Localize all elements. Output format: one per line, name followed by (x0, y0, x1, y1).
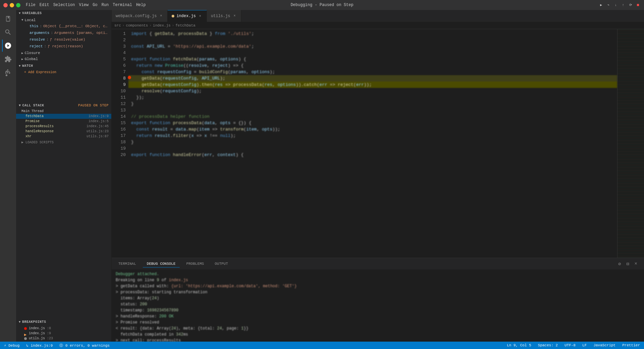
line-num-16: 16 (114, 126, 126, 133)
status-errors[interactable]: ⓪ 0 errors, 0 warnings (58, 343, 111, 348)
global-group: ▶ Global (16, 56, 111, 62)
status-bar: ⚡ Debug ↳ index.js:9 ⓪ 0 errors, 0 warni… (0, 342, 644, 349)
activity-search[interactable] (2, 26, 14, 38)
breadcrumb-src[interactable]: src (114, 23, 121, 28)
callstack-frame-2[interactable]: processResults index.js:45 (16, 124, 111, 129)
watch-header[interactable]: ▼ WATCH (16, 63, 111, 69)
menu-run[interactable]: Run (102, 3, 109, 7)
terminal-close-btn[interactable]: × (633, 260, 639, 267)
variables-content: ▼ Local this : Object {__proto__: Object… (16, 16, 111, 63)
status-location[interactable]: ↳ index.js:9 (25, 343, 54, 348)
debug-continue-btn[interactable]: ▶ (598, 2, 604, 8)
code-editor: 1 2 3 4 5 6 7 8 9 ▶ 10 11 (112, 29, 644, 258)
line-num-6: 6 (114, 62, 126, 69)
terminal-clear-btn[interactable]: ⊟ (625, 260, 630, 267)
callstack-section: ▼ CALL STACK PAUSED ON STEP Main Thread … (16, 102, 111, 319)
tab-close-2[interactable]: × (232, 14, 237, 18)
status-debug[interactable]: ⚡ Debug (3, 343, 21, 348)
line-num-4: 4 (114, 50, 126, 56)
var-arguments[interactable]: arguments : Arguments [params, options] (16, 30, 111, 36)
activity-extensions[interactable] (2, 53, 14, 65)
menu-selection[interactable]: Selection (53, 3, 75, 7)
tab-0[interactable]: webpack.config.js × (112, 10, 168, 22)
terminal-filter-btn[interactable]: ⊘ (617, 260, 622, 267)
breadcrumb-components[interactable]: components (126, 23, 148, 28)
var-this[interactable]: this : Object {__proto__: Object, constr… (16, 23, 111, 30)
debug-step-into-btn[interactable]: ↓ (613, 2, 619, 8)
callstack-frame-0[interactable]: fetchData index.js:9 (16, 114, 111, 119)
tab-bar: webpack.config.js × index.js × utils.js … (112, 10, 644, 22)
debug-step-over-btn[interactable]: ↷ (606, 2, 611, 8)
callstack-loaded-scripts[interactable]: ▶ LOADED SCRIPTS (16, 139, 111, 146)
menu-file[interactable]: File (26, 3, 36, 7)
bp-item-1[interactable]: ▶ index.js :9 (16, 331, 111, 336)
callstack-frame-4[interactable]: xhr utils.js:87 (16, 134, 111, 139)
window-minimize-btn[interactable] (10, 3, 14, 7)
tab-1[interactable]: index.js × (168, 10, 207, 22)
watch-add-expression[interactable]: + Add Expression (16, 70, 111, 75)
tab-2[interactable]: utils.js × (207, 10, 241, 22)
variables-chevron: ▼ (19, 12, 21, 15)
menu-help[interactable]: Help (136, 3, 146, 7)
breadcrumb-file[interactable]: index.js (153, 23, 171, 28)
code-line-3: const API_URL = 'https://api.example.com… (128, 43, 617, 50)
menu-view[interactable]: View (79, 3, 89, 7)
callstack-frame-3[interactable]: handleResponse utils.js:23 (16, 129, 111, 134)
status-ln-col[interactable]: Ln 9, Col 5 (506, 343, 533, 347)
code-line-15: export function processData(data, opts =… (128, 120, 617, 126)
terminal-line-8: > Promise resolved (116, 319, 640, 326)
window-close-btn[interactable] (3, 3, 8, 7)
code-line-19 (128, 145, 617, 152)
breakpoints-section: ▼ BREAKPOINTS index.js :8 ▶ index.js :9 … (16, 319, 111, 342)
callstack-frame-1[interactable]: Promise index.js:5 (16, 119, 111, 124)
terminal-tab-problems[interactable]: PROBLEMS (182, 260, 208, 267)
status-spaces[interactable]: Spaces: 2 (537, 343, 559, 347)
status-formatter[interactable]: Prettier (621, 343, 641, 347)
menu-terminal[interactable]: Terminal (113, 3, 132, 7)
bp-item-0[interactable]: index.js :8 (16, 326, 111, 331)
menu-edit[interactable]: Edit (40, 3, 49, 7)
bp-dot-2 (24, 337, 27, 340)
terminal-line-6: timestamp: 1698234567890 (116, 307, 640, 313)
tab-close-0[interactable]: × (159, 14, 163, 18)
menu-bar: File Edit Selection View Go Run Terminal… (26, 3, 146, 7)
menu-go[interactable]: Go (93, 3, 97, 7)
window-maximize-btn[interactable] (16, 3, 20, 7)
terminal-tab-debug-console[interactable]: DEBUG CONSOLE (143, 260, 180, 267)
terminal-tab-terminal[interactable]: TERMINAL (114, 260, 140, 267)
closure-group-header[interactable]: ▶ Closure (16, 50, 111, 56)
global-group-header[interactable]: ▶ Global (16, 56, 111, 62)
minimap-content (618, 29, 644, 258)
var-reject[interactable]: reject : ƒ reject(reason) (16, 43, 111, 50)
callstack-thread[interactable]: Main Thread (16, 109, 111, 114)
bp-item-2[interactable]: utils.js :23 (16, 336, 111, 341)
status-eol[interactable]: LF (581, 343, 588, 347)
activity-debug[interactable] (2, 40, 14, 52)
status-language[interactable]: JavaScript (592, 343, 617, 347)
terminal-line-9: < result: {data: Array(24), meta: {total… (116, 326, 640, 332)
breakpoints-content: index.js :8 ▶ index.js :9 utils.js :23 (16, 325, 111, 342)
local-group-header[interactable]: ▼ Local (16, 17, 111, 23)
breadcrumb-fn[interactable]: fetchData (175, 23, 195, 28)
debug-step-out-btn[interactable]: ↑ (621, 2, 626, 8)
line-num-18: 18 (114, 139, 126, 145)
activity-explorer[interactable] (2, 13, 14, 25)
var-resolve[interactable]: resolve : ƒ resolve(value) (16, 36, 111, 43)
debug-restart-btn[interactable]: ⟳ (628, 2, 633, 8)
code-content[interactable]: import { getData, processData } from './… (128, 29, 617, 258)
debug-stop-btn[interactable]: ⏹ (635, 2, 641, 8)
line-num-9: 9 ▶ (114, 82, 126, 88)
tab-close-1[interactable]: × (198, 14, 202, 18)
bp-arrow-0: ▶ (24, 332, 27, 335)
terminal-tab-output[interactable]: OUTPUT (211, 260, 232, 267)
callstack-header[interactable]: ▼ CALL STACK PAUSED ON STEP (16, 102, 111, 109)
code-line-1: import { getData, processData } from './… (128, 31, 617, 37)
line-num-13: 13 (114, 107, 126, 113)
variables-header[interactable]: ▼ VARIABLES (16, 10, 111, 16)
status-encoding[interactable]: UTF-8 (563, 343, 577, 347)
terminal-line-1: Breaking on line 9 of index.js (116, 277, 640, 283)
breakpoints-header[interactable]: ▼ BREAKPOINTS (16, 319, 111, 325)
activity-git[interactable] (2, 66, 14, 79)
title-bar: File Edit Selection View Go Run Terminal… (0, 0, 644, 10)
activity-bar (0, 10, 16, 342)
